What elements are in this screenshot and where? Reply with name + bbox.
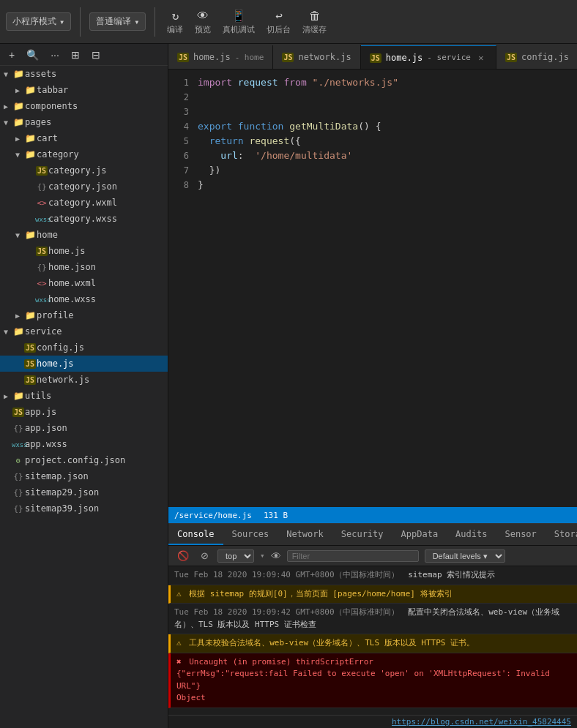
mode-dropdown[interactable]: 小程序模式 ▾ <box>6 12 71 31</box>
tree-item-sitemap29[interactable]: {} sitemap29.json <box>0 484 168 500</box>
main-area: + 🔍 ··· ⊞ ⊟ ▼ 📁 assets ▶ 📁 tabbar <box>0 44 577 728</box>
tree-item-assets[interactable]: ▼ 📁 assets <box>0 66 168 82</box>
devtools-tabs: Console Sources Network Security AppData… <box>168 524 577 546</box>
tab-home-home[interactable]: JS home.js - home <box>168 45 273 69</box>
refresh-button[interactable]: ↻ 编译 <box>164 6 186 38</box>
tree-item-components[interactable]: ▶ 📁 components <box>0 98 168 114</box>
collapse-button[interactable]: ⊟ <box>89 48 103 62</box>
tree-item-app-wxss[interactable]: wxss app.wxss <box>0 436 168 452</box>
tabbar-arrow: ▶ <box>12 86 23 94</box>
sitemap29-label: sitemap29.json <box>25 487 99 498</box>
tree-item-app-js[interactable]: JS app.js <box>0 404 168 420</box>
tree-item-sitemap39[interactable]: {} sitemap39.json <box>0 500 168 517</box>
console-stop-button[interactable]: ⊘ <box>198 549 212 563</box>
folder-icon: 📁 <box>23 85 37 95</box>
tab-storage[interactable]: Storage <box>546 525 577 545</box>
tree-item-category-wxml[interactable]: <> category.wxml <box>0 195 168 211</box>
js-icon: JS <box>35 165 48 176</box>
console-clear-button[interactable]: 🚫 <box>174 549 192 563</box>
add-file-button[interactable]: + <box>6 48 18 62</box>
category-arrow: ▼ <box>12 151 23 159</box>
tree-item-pages[interactable]: ▼ 📁 pages <box>0 114 168 130</box>
compile-dropdown[interactable]: 普通编译 ▾ <box>89 12 146 31</box>
tree-item-category[interactable]: ▼ 📁 category <box>0 146 168 162</box>
tab-service-home[interactable]: JS home.js - service ✕ <box>361 45 496 69</box>
tab-sources[interactable]: Sources <box>223 525 278 545</box>
search-button[interactable]: 🔍 <box>23 48 42 62</box>
line-num-4: 4 <box>168 119 198 134</box>
tree-item-home-json[interactable]: {} home.json <box>0 259 168 275</box>
network-js-label: network.js <box>37 375 89 385</box>
tree-item-config-js[interactable]: JS config.js <box>0 339 168 356</box>
context-select[interactable]: top <box>217 549 254 563</box>
file-tree: ▼ 📁 assets ▶ 📁 tabbar ▶ 📁 components <box>0 66 168 728</box>
tree-item-app-json[interactable]: {} app.json <box>0 420 168 436</box>
code-editor[interactable]: 1 import request from "./networks.js" 2 … <box>168 70 577 507</box>
wxss-icon: wxss <box>12 439 25 449</box>
category-json-label: category.json <box>48 181 117 192</box>
tab-audits[interactable]: Audits <box>447 525 496 545</box>
tab-network[interactable]: JS network.js <box>273 45 360 69</box>
sitemap39-label: sitemap39.json <box>25 503 99 514</box>
tree-item-category-js[interactable]: JS category.js <box>0 162 168 179</box>
tab-network[interactable]: Network <box>278 525 332 545</box>
level-select[interactable]: Default levels ▾ <box>425 549 505 563</box>
tab-appdata[interactable]: AppData <box>392 525 447 545</box>
profile-arrow: ▶ <box>12 312 23 320</box>
tab-security[interactable]: Security <box>332 525 392 545</box>
more-button[interactable]: ··· <box>48 48 62 62</box>
tab-sensor[interactable]: Sensor <box>496 525 545 545</box>
tree-item-cart[interactable]: ▶ 📁 cart <box>0 130 168 146</box>
tree-item-tabbar[interactable]: ▶ 📁 tabbar <box>0 82 168 98</box>
filter-button[interactable]: ⊞ <box>68 48 83 62</box>
tree-item-network-js[interactable]: JS network.js <box>0 372 168 388</box>
json-icon: {} <box>35 181 48 192</box>
tree-item-home-wxml[interactable]: <> home.wxml <box>0 275 168 291</box>
app-json-label: app.json <box>25 423 67 433</box>
code-line-4: 4 export function getMultiData() { <box>168 119 577 134</box>
mode-arrow: ▾ <box>59 17 64 27</box>
tab-config[interactable]: JS config.js <box>496 45 577 69</box>
wxss-icon: wxss <box>35 294 48 304</box>
cut-button[interactable]: ↩ 切后台 <box>264 6 294 38</box>
tree-item-category-json[interactable]: {} category.json <box>0 179 168 195</box>
service-home-js-label: home.js <box>37 359 74 369</box>
js-icon: JS <box>35 246 48 256</box>
tree-item-home-wxss[interactable]: wxss home.wxss <box>0 291 168 307</box>
wxml-icon: <> <box>35 198 48 208</box>
tab-console[interactable]: Console <box>168 525 223 545</box>
tree-item-service-home-js[interactable]: JS home.js <box>0 356 168 372</box>
save-button[interactable]: 🗑 清缓存 <box>299 6 330 38</box>
tree-item-category-wxss[interactable]: wxss category.wxss <box>0 211 168 227</box>
tree-item-utils[interactable]: ▶ 📁 utils <box>0 388 168 404</box>
filter-input[interactable] <box>287 550 419 562</box>
arrow-icon: ▾ <box>260 551 265 560</box>
editor-area: JS home.js - home JS network.js JS home.… <box>168 44 577 728</box>
code-line-7: 7 }) <box>168 163 577 178</box>
folder-icon: 📁 <box>12 69 25 79</box>
divider-1 <box>80 7 81 37</box>
tree-item-profile[interactable]: ▶ 📁 profile <box>0 307 168 323</box>
tree-item-project-config[interactable]: ⚙ project.config.json <box>0 452 168 468</box>
code-line-2: 2 <box>168 90 577 105</box>
real-debug-button[interactable]: 📱 真机调试 <box>220 6 258 38</box>
pages-label: pages <box>25 117 51 127</box>
tree-item-home-js[interactable]: JS home.js <box>0 243 168 259</box>
blog-url[interactable]: https://blog.csdn.net/weixin_45824445 <box>392 717 571 727</box>
preview-btn-label: 预览 <box>195 24 211 35</box>
line-num-2: 2 <box>168 90 198 105</box>
service-label: service <box>25 326 62 337</box>
preview-button[interactable]: 👁 预览 <box>192 6 214 38</box>
tree-item-sitemap[interactable]: {} sitemap.json <box>0 468 168 484</box>
pages-arrow: ▼ <box>0 119 12 127</box>
tab-network-label: network.js <box>298 52 351 62</box>
tree-item-home[interactable]: ▼ 📁 home <box>0 227 168 243</box>
eye-toggle[interactable]: 👁 <box>271 550 281 562</box>
tree-item-service[interactable]: ▼ 📁 service <box>0 323 168 339</box>
category-wxml-label: category.wxml <box>48 198 117 208</box>
console-msg-1: Tue Feb 18 2020 19:09:40 GMT+0800（中国标准时间… <box>168 566 577 585</box>
tab-close-button[interactable]: ✕ <box>475 52 487 64</box>
compile-section: 普通编译 ▾ <box>89 12 146 31</box>
line-content-4: export function getMultiData() { <box>198 119 381 134</box>
line-num-1: 1 <box>168 75 198 90</box>
